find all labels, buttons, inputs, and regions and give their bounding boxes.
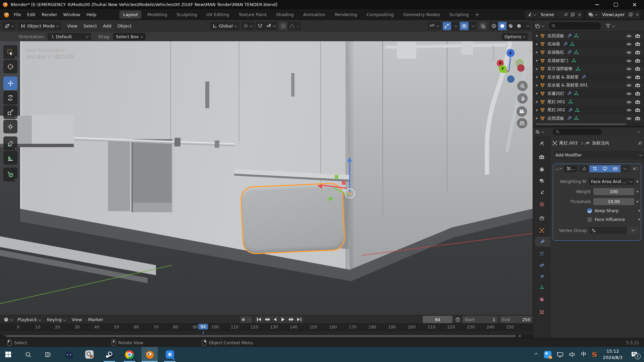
steam-icon[interactable] (101, 347, 117, 362)
camera-icon[interactable] (635, 34, 640, 38)
object-name[interactable]: 后方顶部镀铬 (547, 66, 573, 72)
workspace-tab[interactable]: Rendering (331, 10, 361, 19)
props-tab-constraints[interactable] (533, 272, 550, 282)
outliner-row[interactable]: 右挡泥板 (533, 32, 644, 40)
gizmos-toggle[interactable] (443, 22, 451, 30)
outliner-row[interactable]: 后方顶部镀铬 (533, 65, 644, 73)
camera-icon[interactable] (635, 67, 640, 71)
gizmo-plane-y[interactable] (335, 175, 338, 179)
animate-dot[interactable] (638, 210, 640, 212)
start-frame-field[interactable]: Start1 (462, 316, 498, 323)
threshold-field[interactable]: 10.00 (593, 198, 634, 205)
menu-item[interactable]: Window (60, 11, 83, 18)
gizmo-plane-x[interactable] (342, 181, 345, 185)
camera-view-button[interactable] (517, 106, 527, 117)
toggle-render-icon[interactable] (610, 165, 621, 172)
shading-rendered-button[interactable] (515, 22, 523, 30)
workspace-tab[interactable]: Modeling (144, 10, 171, 19)
task-view-button[interactable] (40, 347, 56, 362)
expand-arrow-icon[interactable] (536, 84, 538, 87)
cat-app-icon[interactable] (61, 347, 77, 362)
outliner-row[interactable]: 尾灯.001 (533, 98, 644, 106)
props-tab-render[interactable] (533, 152, 550, 162)
eye-icon[interactable] (626, 34, 632, 38)
timeline-menu-item[interactable]: Playback (14, 316, 44, 323)
snap-toggle-button[interactable] (256, 22, 264, 30)
animate-dot[interactable] (638, 219, 640, 220)
pin-icon[interactable] (638, 141, 642, 145)
props-tab-collection[interactable] (533, 213, 550, 223)
play-button[interactable] (279, 316, 287, 323)
camera-icon[interactable] (635, 59, 640, 63)
gizmo-axis-z[interactable]: Z (506, 49, 515, 57)
auto-key-toggle[interactable] (240, 316, 247, 323)
props-tab-view-layer[interactable] (533, 176, 550, 186)
workspace-tab[interactable]: Layout (119, 10, 142, 19)
mode-dropdown[interactable]: Object Mode (18, 22, 61, 30)
workspace-tab[interactable]: UV Editing (203, 10, 233, 19)
playhead-tick[interactable] (203, 331, 204, 334)
camera-icon[interactable] (635, 116, 640, 121)
timeline-menu-item[interactable]: Keying (44, 316, 69, 323)
gizmos-dropdown[interactable] (451, 22, 459, 30)
animate-dot[interactable] (637, 201, 638, 202)
menu-item[interactable]: File (11, 11, 24, 18)
object-name[interactable]: 后器材室门 (547, 58, 569, 64)
prev-keyframe-button[interactable] (263, 316, 271, 323)
gizmo-center-circle[interactable] (345, 188, 355, 198)
breadcrumb-modifier[interactable]: 加权法向 (592, 140, 609, 146)
tool-measure[interactable] (3, 151, 17, 165)
remove-modifier-icon[interactable]: ✕ (632, 166, 636, 171)
add-modifier-dropdown[interactable]: Add Modifier (553, 151, 644, 159)
options-dropdown[interactable]: Options (502, 33, 528, 40)
menu-item[interactable]: View (64, 22, 80, 30)
object-name[interactable]: 后水箱 & 器材室.001 (547, 82, 588, 88)
props-tab-object[interactable] (533, 225, 550, 235)
eye-icon[interactable] (626, 67, 632, 71)
tray-expand-icon[interactable] (535, 353, 538, 356)
pan-view-button[interactable] (517, 93, 528, 104)
eye-icon[interactable] (626, 116, 632, 121)
utility-app-icon[interactable] (81, 347, 97, 362)
translate-app-icon[interactable]: = (544, 351, 551, 358)
outliner-filter-dropdown[interactable] (606, 23, 614, 28)
shading-wireframe-button[interactable] (490, 22, 498, 30)
object-name[interactable]: 尾灯.001 (547, 99, 565, 105)
object-name[interactable]: 后水箱 & 器材室 (547, 74, 579, 80)
add-workspace-button[interactable]: + (472, 11, 482, 18)
current-frame-badge[interactable]: 94 (198, 324, 208, 329)
outliner-row[interactable]: 后器材室门 (533, 57, 644, 65)
camera-icon[interactable] (635, 108, 640, 112)
expand-arrow-icon[interactable] (536, 117, 538, 120)
menu-item[interactable]: Edit (24, 11, 39, 18)
stopwatch-icon[interactable] (455, 317, 460, 322)
props-tab-material[interactable] (533, 294, 550, 304)
props-tab-modifiers[interactable] (535, 237, 550, 247)
next-keyframe-button[interactable] (287, 316, 295, 323)
maximize-button[interactable] (606, 0, 625, 9)
object-name[interactable]: 左挡泥板 (547, 116, 564, 121)
keying-set-dropdown[interactable] (247, 316, 252, 323)
expand-arrow-icon[interactable] (536, 92, 538, 95)
object-name[interactable]: 后爆闪灯 (547, 91, 564, 97)
eye-icon[interactable] (626, 92, 632, 96)
props-tab-texture[interactable] (533, 307, 550, 317)
gizmo-axis-y[interactable]: Y (499, 65, 506, 73)
properties-options-dropdown[interactable] (637, 130, 640, 133)
eye-icon[interactable] (626, 100, 632, 104)
drag-dropdown[interactable]: Select Box (113, 33, 145, 40)
toggle-editmode-icon[interactable] (589, 165, 600, 172)
timeline-hscrollbar[interactable] (6, 335, 516, 337)
props-tab-object-data[interactable] (533, 282, 550, 292)
expand-arrow-icon[interactable] (536, 51, 538, 54)
jump-to-end-button[interactable] (295, 316, 303, 323)
copy-viewlayer-icon[interactable] (627, 11, 634, 19)
menu-item[interactable]: Render (39, 11, 60, 18)
outliner-row[interactable]: 后爆闪灯 (533, 89, 644, 98)
overlays-toggle[interactable] (460, 22, 469, 30)
camera-icon[interactable] (635, 75, 640, 79)
outliner-row[interactable]: 后保险杠 (533, 48, 644, 57)
menu-item[interactable]: Add (100, 22, 114, 30)
scene-name[interactable]: Scene (538, 12, 563, 17)
tool-scale[interactable] (3, 105, 17, 119)
